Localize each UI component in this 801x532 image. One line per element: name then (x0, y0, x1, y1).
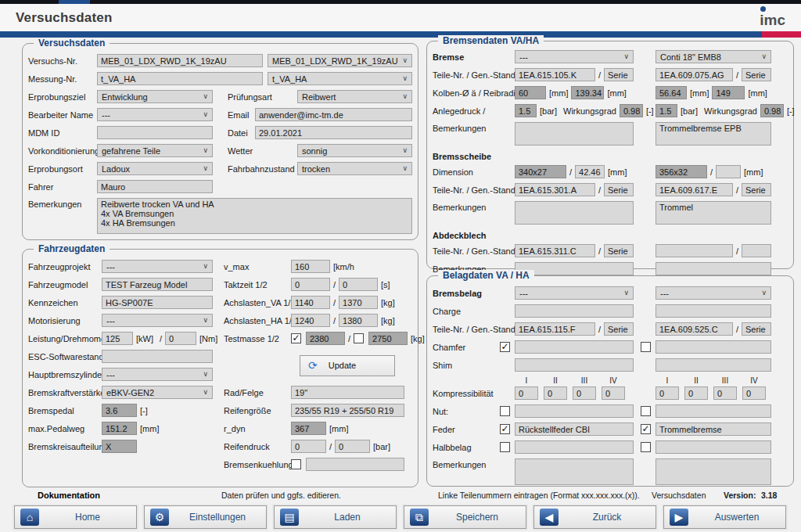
halbbelag-va-input[interactable] (515, 440, 634, 454)
kennzeichen-input[interactable]: HG-SP007E (102, 296, 213, 309)
bremse-va-dropdown[interactable]: ---∨ (515, 50, 634, 63)
kolben-va-input[interactable]: 60 (515, 86, 546, 99)
belag-teile-nr-va-input[interactable]: 1EA.615.115.F (515, 322, 595, 336)
dimension2-va-input[interactable]: 42.46 (575, 165, 605, 178)
anlegedruck-va-input[interactable]: 1.5 (515, 104, 537, 117)
halbbelag-ha-checkbox[interactable] (641, 442, 651, 452)
scheibe-bemerkungen-ha[interactable]: Trommel (656, 201, 771, 225)
reifendruck2-input[interactable]: 0 (335, 440, 370, 453)
reibradius-ha-input[interactable]: 149 (712, 86, 745, 99)
kompress-ha-4[interactable]: 0 (742, 386, 766, 400)
einstellungen-button[interactable]: ⚙Einstellungen (144, 505, 267, 529)
taktzeit1-input[interactable]: 0 (291, 278, 330, 291)
bearbeiter-name-dropdown[interactable]: ---∨ (97, 108, 213, 121)
feder-ha-checkbox[interactable]: ✓ (641, 424, 651, 434)
datei-input[interactable]: 29.01.2021 (255, 126, 412, 139)
leistung-input[interactable]: 125 (102, 332, 133, 345)
fahrzeugprojekt-dropdown[interactable]: ---∨ (102, 260, 213, 273)
kompress-va-3[interactable]: 0 (573, 386, 596, 400)
bremse-bemerkungen-ha[interactable]: Trommelbremse EPB (656, 122, 771, 146)
nut-ha-input[interactable] (656, 404, 771, 418)
kompress-ha-2[interactable]: 0 (684, 386, 708, 400)
fahrbahnzustand-dropdown[interactable]: trocken∨ (297, 162, 412, 175)
kompress-va-2[interactable]: 0 (544, 386, 567, 400)
chamfer-va-checkbox[interactable]: ✓ (500, 342, 510, 352)
chamfer-va-input[interactable] (515, 340, 634, 354)
feder-ha-input[interactable]: Trommelbremse (656, 422, 771, 436)
speichern-button[interactable]: ⧉Speichern (404, 505, 526, 529)
scheibe-teile-nr-va-input[interactable]: 1EA.615.301.A (515, 183, 595, 196)
testmasse2-input[interactable]: 2750 (368, 332, 408, 345)
zurueck-button[interactable]: ◀Zurück (533, 505, 656, 529)
email-input[interactable]: anwender@imc-tm.de (255, 108, 412, 121)
belag-gen-stand-ha-input[interactable]: Serie (742, 322, 771, 336)
hauptbremszylinder-dropdown[interactable]: ---∨ (102, 368, 213, 381)
abdeckblech-teile-nr-ha-input[interactable] (656, 244, 733, 257)
teile-nr-ha-input[interactable]: 1EA.609.075.AG (656, 68, 733, 81)
bremsenkuehlung-input[interactable] (306, 458, 404, 471)
charge-va-input[interactable] (515, 304, 634, 318)
chamfer-ha-checkbox[interactable] (641, 342, 651, 352)
auswerten-button[interactable]: ▶Auswerten (663, 505, 786, 529)
laden-button[interactable]: ▤Laden (274, 505, 397, 529)
wirkungsgrad-ha-input[interactable]: 0.98 (760, 104, 784, 117)
dimension-va-input[interactable]: 340x27 (515, 165, 566, 178)
vorkonditionierung-dropdown[interactable]: gefahrene Teile∨ (97, 144, 213, 157)
scheibe-teile-nr-ha-input[interactable]: 1EA.609.617.E (656, 183, 733, 196)
mdm-id-input[interactable] (97, 126, 213, 139)
belag-teile-nr-ha-input[interactable]: 1EA.609.525.C (656, 322, 733, 336)
bremse-ha-dropdown[interactable]: Conti 18" EMB8∨ (656, 50, 771, 63)
halbbelag-va-checkbox[interactable] (500, 442, 510, 452)
wirkungsgrad-va-input[interactable]: 0.98 (620, 104, 643, 117)
testmasse1-input[interactable]: 2380 (306, 332, 345, 345)
messung-nr-input[interactable]: t_VA_HA (97, 72, 263, 85)
abdeckblech-bemerkungen-ha[interactable] (656, 262, 771, 275)
shim-va-input[interactable] (515, 358, 634, 372)
kompress-va-1[interactable]: 0 (515, 386, 538, 400)
bremskraftverstaerker-dropdown[interactable]: eBKV-GEN2∨ (102, 386, 213, 399)
rdyn-input[interactable]: 367 (291, 422, 326, 435)
chamfer-ha-input[interactable] (656, 340, 771, 354)
gen-stand-ha-input[interactable]: Serie (742, 68, 771, 81)
pruefungsart-dropdown[interactable]: Reibwert∨ (297, 90, 412, 103)
erprobungsziel-dropdown[interactable]: Entwicklung∨ (97, 90, 213, 103)
bremsbelag-ha-dropdown[interactable]: ---∨ (656, 286, 771, 300)
kolben-ha-input[interactable]: 56.64 (656, 86, 687, 99)
teile-nr-va-input[interactable]: 1EA.615.105.K (515, 68, 595, 81)
anlegedruck-ha-input[interactable]: 1.5 (656, 104, 677, 117)
nut-va-input[interactable] (515, 404, 634, 418)
scheibe-gen-stand-va-input[interactable]: Serie (604, 183, 634, 196)
messung-nr-dropdown[interactable]: t_VA_HA∨ (268, 72, 412, 85)
testmasse1-checkbox[interactable]: ✓ (291, 333, 301, 343)
kompress-ha-3[interactable]: 0 (713, 386, 737, 400)
esc-softwarestand-input[interactable] (102, 350, 213, 363)
versuchs-nr-dropdown[interactable]: MEB_01_LDX_RWD_1K_19zAU∨ (268, 54, 412, 67)
belag-gen-stand-va-input[interactable]: Serie (604, 322, 634, 336)
wetter-dropdown[interactable]: sonnig∨ (297, 144, 412, 157)
kompress-va-4[interactable]: 0 (602, 386, 625, 400)
bremsbelag-va-dropdown[interactable]: ---∨ (515, 286, 634, 300)
taktzeit2-input[interactable]: 0 (339, 278, 378, 291)
bemerkungen-textarea[interactable]: Reibwerte trocken VA und HA 4x VA Bremsu… (97, 198, 412, 234)
charge-ha-input[interactable] (656, 304, 771, 318)
achslasten-ha1-input[interactable]: 1240 (291, 314, 330, 327)
rad-felge-input[interactable]: 19" (291, 386, 404, 399)
kompress-ha-1[interactable]: 0 (656, 386, 679, 400)
scheibe-gen-stand-ha-input[interactable]: Serie (742, 183, 771, 196)
achslasten-va1-input[interactable]: 1140 (291, 296, 330, 309)
max-pedalweg-input[interactable]: 151.2 (102, 422, 137, 435)
dimension2-ha-input[interactable] (716, 165, 741, 178)
vmax-input[interactable]: 160 (291, 260, 330, 273)
feder-va-checkbox[interactable]: ✓ (500, 424, 510, 434)
abdeckblech-gen-stand-ha-input[interactable] (742, 244, 771, 257)
achslasten-ha2-input[interactable]: 1380 (339, 314, 378, 327)
fahrer-input[interactable]: Mauro (97, 180, 213, 193)
belag-bemerkungen-va[interactable] (515, 458, 634, 485)
nut-ha-checkbox[interactable] (641, 406, 651, 416)
drehmoment-input[interactable]: 0 (165, 332, 196, 345)
bremskreisaufteilung-input[interactable]: X (102, 440, 137, 453)
feder-va-input[interactable]: Rückstellfeder CBI (515, 422, 634, 436)
home-button[interactable]: ⌂Home (14, 505, 137, 529)
shim-ha-input[interactable] (656, 358, 771, 372)
nut-va-checkbox[interactable] (500, 406, 510, 416)
